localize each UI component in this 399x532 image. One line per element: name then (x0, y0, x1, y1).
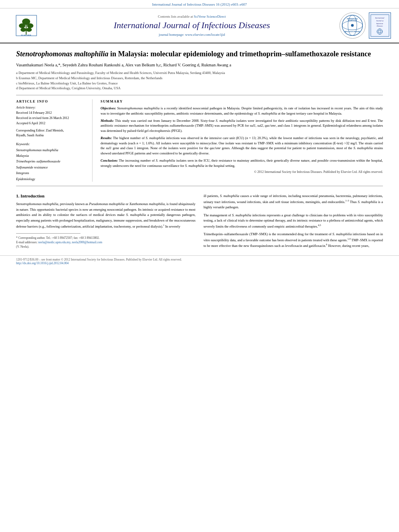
keyword-2: Malaysia (16, 153, 86, 158)
species-old-1: Pseudomonas maltophilia (89, 202, 125, 206)
journal-header: ELSEVIER Contents lists available at Sci… (0, 8, 399, 43)
results-text: The highest number of S. maltophilia inf… (101, 136, 383, 155)
footnote-name: (V. Neela). (16, 244, 195, 249)
affiliation-b: b Erasmus MC, Department of Medical Micr… (16, 76, 383, 81)
svg-text:Journal of: Journal of (376, 20, 383, 22)
svg-text:INFECTIOUS DISEASES: INFECTIOUS DISEASES (345, 31, 360, 33)
intro-para-4: Trimethoprim–sulfamethoxazole (TMP–SMX) … (204, 232, 383, 249)
conclusion-label: Conclusion: (101, 158, 118, 162)
keyword-6: Epidemiology (16, 176, 86, 182)
introduction-heading: 1. Introduction (16, 193, 195, 198)
objectives-para: Objectives: Stenotrophomonas maltophilia… (101, 106, 383, 116)
svg-text:International: International (375, 17, 385, 19)
contents-available-line: Contents lists available at SciVerse Sci… (48, 14, 335, 18)
header-divider (16, 95, 383, 95)
conclusion-para: Conclusion: The increasing number of S. … (101, 158, 383, 168)
svg-text:ELSEVIER: ELSEVIER (21, 34, 31, 36)
body-divider (16, 186, 383, 186)
footnote-corresponding: * Corresponding author. Tel.: +60 3 8947… (16, 236, 195, 240)
svg-text:Diseases: Diseases (376, 25, 383, 27)
article-title-rest: in Malaysia: molecular epidemiology and … (109, 50, 371, 58)
infectious-diseases-society-logo: INTERNATIONAL SOCIETY FOR INFECTIOUS DIS… (339, 12, 366, 39)
affiliations-block: a Department of Medical Microbiology and… (16, 70, 383, 91)
results-para: Results: The highest number of S. maltop… (101, 136, 383, 156)
affiliation-b-text: b Erasmus MC, Department of Medical Micr… (16, 76, 162, 81)
methods-text: This study was carried out from January … (101, 119, 383, 133)
corresponding-editor-block: Corresponding Editor: Ziad Memish, Riyad… (16, 128, 86, 138)
homepage-label-text: journal homepage: (159, 33, 185, 37)
svg-text:Infectious: Infectious (376, 23, 383, 25)
svg-point-5 (21, 28, 26, 32)
journal-title-center: Contents lists available at SciVerse Sci… (48, 14, 335, 36)
contents-text: Contents lists available at (158, 14, 193, 18)
svg-point-11 (351, 24, 354, 27)
species-name-1: Stenotrophomonas maltophilia (16, 202, 58, 206)
intro-para-3: The management of S. maltophilia infecti… (204, 213, 383, 230)
keyword-4: Sulfonamide resistance (16, 164, 86, 170)
doi-link[interactable]: http://dx.doi.org/10.1016/j.ijid.2012.04… (16, 261, 69, 265)
main-content: Stenotrophomonas maltophilia in Malaysia… (0, 43, 399, 251)
objectives-label: Objectives: (101, 106, 116, 110)
elsevier-tree-icon: ELSEVIER (15, 14, 37, 37)
journal-title: International Journal of Infectious Dise… (48, 20, 335, 31)
copyright-line: © 2012 International Society for Infecti… (101, 170, 383, 174)
keyword-3: Trimethoprim–sulfamethoxazole (16, 158, 86, 164)
article-info-column: ARTICLE INFO Article history: Received 1… (16, 99, 93, 182)
affiliation-c: c bioMérieux, La Balme Microbiology Unit… (16, 81, 383, 86)
journal-citation-bar: International Journal of Infectious Dise… (0, 0, 399, 8)
intro-para-2: ill patients, S. maltophilia causes a wi… (204, 193, 383, 210)
svg-point-6 (26, 28, 32, 32)
bottom-bar: 1201-9712/$36.00 – see front matter © 20… (0, 255, 399, 267)
article-info-summary-columns: ARTICLE INFO Article history: Received 1… (16, 99, 383, 182)
affiliation-c-text: c bioMérieux, La Balme Microbiology Unit… (16, 81, 118, 86)
results-label: Results: (101, 136, 112, 140)
accepted-date: Accepted 6 April 2012 (16, 121, 86, 126)
article-title: Stenotrophomonas maltophilia in Malaysia… (16, 49, 383, 59)
keywords-label: Keywords: (16, 142, 86, 146)
keyword-5: Integrons (16, 170, 86, 176)
footnote-block: * Corresponding author. Tel.: +60 3 8947… (16, 236, 195, 249)
footnote-email: E-mail addresses: neela@medic.upm.edu.my… (16, 240, 195, 244)
objectives-text: Stenotrophomonas maltophilia is a recent… (101, 106, 383, 115)
journal-small-logo: International Journal of Infectious Dise… (369, 12, 391, 39)
received-date: Received 14 February 2012 (16, 111, 86, 116)
species-old-2: Xanthomonas maltophilia (129, 202, 165, 206)
article-history-label: Article history: (16, 106, 86, 109)
summary-heading: SUMMARY (101, 99, 383, 103)
summary-column: SUMMARY Objectives: Stenotrophomonas mal… (101, 99, 383, 182)
society-logos: INTERNATIONAL SOCIETY FOR INFECTIOUS DIS… (339, 12, 391, 39)
corr-editor-location: Riyadh, Saudi Arabia (16, 134, 44, 137)
methods-label: Methods: (101, 119, 114, 123)
intro-right-column: ill patients, S. maltophilia causes a wi… (204, 193, 383, 251)
svg-point-3 (19, 23, 25, 28)
article-title-species: Stenotrophomonas maltophilia (16, 50, 109, 58)
authors-line: Vasanthakumari Neela a,*, Seyedeh Zahra … (16, 62, 383, 68)
introduction-section: 1. Introduction Stenotrophomonas maltoph… (16, 193, 383, 251)
doi-line: http://dx.doi.org/10.1016/j.ijid.2012.04… (16, 261, 383, 265)
affiliation-a-text: a Department of Medical Microbiology and… (16, 70, 225, 76)
affiliation-d: d Department of Medical Microbiology, Cr… (16, 86, 383, 91)
keyword-1: Stenotrophomonas maltophilia (16, 147, 86, 153)
conclusion-text: The increasing number of S. maltophilia … (101, 158, 383, 168)
intro-left-column: 1. Introduction Stenotrophomonas maltoph… (16, 193, 195, 251)
svg-text:SOCIETY FOR: SOCIETY FOR (348, 20, 357, 21)
article-info-heading: ARTICLE INFO (16, 99, 86, 103)
elsevier-branding: ELSEVIER (8, 14, 44, 37)
journal-homepage: journal homepage: www.elsevier.com/locat… (48, 33, 335, 37)
authors-text: Vasanthakumari Neela a,*, Seyedeh Zahra … (16, 63, 231, 67)
sciverse-link[interactable]: SciVerse ScienceDirect (194, 14, 226, 18)
elsevier-logo: ELSEVIER (15, 14, 37, 37)
email-addresses[interactable]: neela@medic.upm.edu.my, neela2000@hotmai… (38, 240, 102, 244)
journal-citation-text: International Journal of Infectious Dise… (152, 2, 247, 6)
footnote-divider (16, 233, 80, 234)
keywords-list: Stenotrophomonas maltophilia Malaysia Tr… (16, 147, 86, 182)
affiliation-d-text: d Department of Medical Microbiology, Cr… (16, 86, 121, 91)
intro-para-1: Stenotrophomonas maltophilia, previously… (16, 201, 195, 229)
corr-editor-label: Corresponding Editor: Ziad Memish, (16, 129, 64, 132)
revised-date: Received in revised form 26 March 2012 (16, 116, 86, 121)
svg-point-4 (27, 23, 33, 28)
methods-para: Methods: This study was carried out from… (101, 118, 383, 134)
homepage-url[interactable]: www.elsevier.com/locate/ijid (185, 33, 225, 37)
affiliation-a: a Department of Medical Microbiology and… (16, 70, 383, 76)
email-label: E-mail addresses: (16, 240, 37, 244)
